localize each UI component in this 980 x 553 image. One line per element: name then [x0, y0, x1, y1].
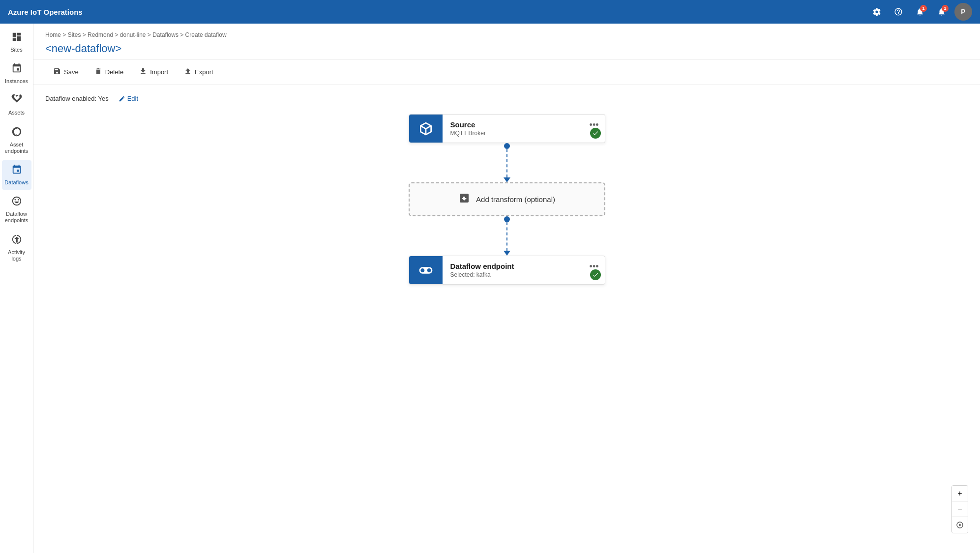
top-nav-icons: 1 1 P: [868, 3, 972, 21]
destination-check-icon: [590, 269, 601, 280]
connector-line-1: [506, 149, 507, 177]
flow-canvas: Source MQTT Broker •••: [45, 114, 968, 360]
connector-arrow-1: [504, 177, 510, 182]
edit-icon: [119, 95, 125, 102]
dataflow-endpoints-label: Dataflow endpoints: [4, 211, 30, 224]
settings-icon: [872, 7, 881, 16]
source-node-body: Source MQTT Broker: [443, 115, 605, 143]
sites-icon: [11, 31, 22, 45]
enabled-bar: Dataflow enabled: Yes Edit: [45, 93, 968, 104]
user-avatar-button[interactable]: P: [954, 3, 972, 21]
save-icon: [53, 67, 61, 77]
export-label: Export: [195, 68, 213, 76]
app-title: Azure IoT Operations: [8, 8, 868, 16]
source-node-subtitle: MQTT Broker: [450, 130, 597, 137]
dataflow-enabled-text: Dataflow enabled: Yes: [45, 95, 109, 102]
zoom-controls: + −: [951, 485, 968, 533]
edit-button[interactable]: Edit: [115, 93, 142, 104]
notification1-button[interactable]: 1: [911, 3, 929, 21]
dataflows-icon: [11, 164, 22, 177]
save-button[interactable]: Save: [45, 63, 87, 81]
import-icon: [139, 67, 147, 77]
destination-node-body: Dataflow endpoint Selected: kafka: [443, 256, 605, 284]
content-area: Home > Sites > Redmond > donut-line > Da…: [33, 24, 980, 553]
sidebar-item-dataflows[interactable]: Dataflows: [2, 160, 31, 190]
source-node-icon-col: [409, 115, 443, 143]
assets-label: Assets: [8, 110, 25, 116]
destination-node[interactable]: Dataflow endpoint Selected: kafka •••: [409, 256, 605, 285]
source-check-icon: [590, 128, 601, 139]
zoom-out-button[interactable]: −: [952, 501, 968, 517]
connector-arrow-2: [504, 251, 510, 256]
canvas-container: Dataflow enabled: Yes Edit Source MQTT B…: [33, 85, 980, 553]
dataflows-label: Dataflows: [4, 179, 28, 186]
destination-node-title: Dataflow endpoint: [450, 262, 597, 270]
instances-label: Instances: [5, 78, 28, 85]
breadcrumb: Home > Sites > Redmond > donut-line > Da…: [45, 31, 968, 38]
sites-label: Sites: [10, 47, 22, 53]
sidebar-item-sites[interactable]: Sites: [2, 28, 31, 57]
import-button[interactable]: Import: [131, 63, 176, 81]
connector-2: [504, 216, 510, 256]
help-button[interactable]: [890, 3, 907, 21]
transform-label: Add transform (optional): [476, 195, 555, 204]
toolbar: Save Delete Import Export: [33, 59, 980, 85]
activity-logs-label: Activity logs: [4, 249, 30, 262]
zoom-in-button[interactable]: +: [952, 486, 968, 501]
delete-icon: [94, 67, 102, 77]
assets-icon: [11, 94, 22, 108]
svg-point-0: [959, 524, 961, 526]
instances-icon: [11, 63, 22, 76]
save-label: Save: [64, 68, 79, 76]
asset-endpoints-label: Asset endpoints: [4, 142, 30, 154]
sidebar-item-asset-endpoints[interactable]: Asset endpoints: [2, 122, 31, 158]
sidebar: Sites Instances Assets Asset endpoints D…: [0, 24, 33, 553]
settings-button[interactable]: [868, 3, 886, 21]
sidebar-item-dataflow-endpoints[interactable]: Dataflow endpoints: [2, 192, 31, 228]
zoom-reset-button[interactable]: [952, 517, 968, 533]
help-icon: [894, 7, 903, 16]
zoom-reset-icon: [956, 521, 964, 529]
destination-node-subtitle: Selected: kafka: [450, 271, 597, 278]
connector-line-2: [506, 222, 507, 251]
page-title: <new-dataflow>: [45, 42, 968, 55]
export-button[interactable]: Export: [176, 63, 221, 81]
connector-dot-1: [504, 143, 510, 149]
notification2-button[interactable]: 1: [933, 3, 950, 21]
source-cube-icon: [418, 121, 434, 137]
source-node[interactable]: Source MQTT Broker •••: [409, 114, 605, 143]
page-header: Home > Sites > Redmond > donut-line > Da…: [33, 24, 980, 59]
connector-dot-2: [504, 216, 510, 222]
export-icon: [184, 67, 192, 77]
transform-icon: [458, 192, 470, 206]
sidebar-item-assets[interactable]: Assets: [2, 90, 31, 120]
sidebar-item-instances[interactable]: Instances: [2, 59, 31, 88]
transform-node[interactable]: Add transform (optional): [409, 182, 605, 216]
activity-logs-icon: [11, 234, 22, 247]
notification1-badge: 1: [920, 5, 927, 12]
destination-endpoint-icon: [418, 262, 434, 278]
sidebar-item-activity-logs[interactable]: Activity logs: [2, 230, 31, 266]
source-node-title: Source: [450, 120, 597, 129]
notification2-badge: 1: [942, 5, 949, 12]
delete-label: Delete: [105, 68, 124, 76]
edit-label: Edit: [127, 95, 138, 102]
asset-endpoints-icon: [11, 126, 22, 140]
connector-1: [504, 143, 510, 182]
dataflow-endpoints-icon: [11, 196, 22, 209]
destination-node-icon-col: [409, 256, 443, 284]
top-nav: Azure IoT Operations 1 1 P: [0, 0, 980, 24]
import-label: Import: [150, 68, 168, 76]
delete-button[interactable]: Delete: [87, 63, 132, 81]
